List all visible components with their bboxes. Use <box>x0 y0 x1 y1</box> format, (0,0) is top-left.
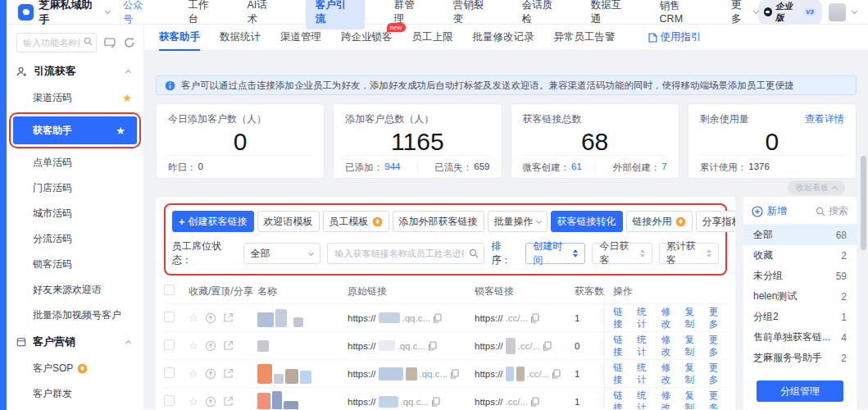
copy-icon[interactable] <box>428 341 437 351</box>
add-group-button[interactable]: 新增 <box>752 204 787 218</box>
create-link-button[interactable]: +创建获客链接 <box>172 211 254 232</box>
star-icon[interactable]: ★ <box>116 125 125 137</box>
sidebar-item-city-qr[interactable]: 城市活码 <box>7 201 143 226</box>
copy-icon[interactable] <box>450 369 459 379</box>
collapse-board-toggle[interactable]: 收起看板 <box>788 180 845 195</box>
nav-item-sales-crm[interactable]: 销售CRM <box>660 0 702 26</box>
favorite-star-icon[interactable]: ☆ <box>189 367 198 380</box>
nav-item-more[interactable]: 更多 <box>731 0 758 26</box>
sidebar-item-chase-mass-send[interactable]: 逐客群发 <box>7 407 143 409</box>
official-account-link[interactable]: 公众号 <box>123 0 152 26</box>
edit-action[interactable]: 修改 <box>661 390 679 410</box>
more-action[interactable]: 更多 <box>709 362 727 386</box>
nav-item-workbench[interactable]: 工作台 <box>189 0 218 26</box>
link-search-input[interactable] <box>327 243 484 264</box>
pin-icon[interactable] <box>205 368 216 380</box>
tab-acquisition-assistant[interactable]: 获客助手 <box>159 25 200 51</box>
sidebar-item-friend-source-welcome[interactable]: 好友来源欢迎语 <box>7 277 143 303</box>
copy-action[interactable]: 复制 <box>685 334 703 358</box>
tab-abnormal-staff-alert[interactable]: 异常员工告警 <box>554 25 616 51</box>
history-icon[interactable] <box>124 37 135 48</box>
welcome-template-button[interactable]: 欢迎语模板 <box>257 211 320 232</box>
sidebar-item-batch-video-customers[interactable]: 批量添加视频号客户 <box>7 303 143 328</box>
pin-icon[interactable] <box>205 312 216 324</box>
tab-batch-modify-records[interactable]: 批量修改记录 <box>473 25 534 51</box>
link-action[interactable]: 链接 <box>613 306 631 330</box>
seat-status-select[interactable]: 全部 <box>243 243 321 264</box>
share-icon[interactable] <box>223 396 234 407</box>
copy-icon[interactable] <box>543 341 552 351</box>
tab-channel-management[interactable]: 渠道管理 <box>280 25 321 51</box>
batch-actions-button[interactable]: 批量操作 <box>488 211 548 232</box>
copy-action[interactable]: 复制 <box>685 362 703 386</box>
group-item-ungrouped[interactable]: 未分组59 <box>743 266 857 286</box>
copy-icon[interactable] <box>433 313 442 323</box>
feedback-icon[interactable] <box>104 38 116 48</box>
sidebar-item-split-qr[interactable]: 分流活码 <box>7 226 143 252</box>
sort-total-acquired[interactable]: 累计获客 <box>659 243 719 264</box>
share-icon[interactable] <box>223 340 234 351</box>
link-conversion-button[interactable]: 获客链接转化 <box>551 211 623 232</box>
more-action[interactable]: 更多 <box>709 306 727 330</box>
pin-icon[interactable] <box>205 396 216 408</box>
share-metrics-button[interactable]: 分享指标 <box>696 211 735 232</box>
stats-action[interactable]: 统计 <box>637 362 655 386</box>
tab-staff-limit[interactable]: 员工上限 <box>412 25 453 51</box>
row-checkbox[interactable] <box>164 395 175 406</box>
nav-item-chat-inspection[interactable]: 会话质检HOT <box>522 0 561 26</box>
copy-action[interactable]: 复制 <box>685 390 703 410</box>
staff-template-button[interactable]: 员工模板 <box>323 211 389 232</box>
link-action[interactable]: 链接 <box>613 390 631 410</box>
enterprise-badge[interactable]: 企业版 V3 <box>758 0 822 25</box>
edit-action[interactable]: 修改 <box>661 362 679 386</box>
nav-item-group-management[interactable]: 群管理 <box>394 0 424 26</box>
link-action[interactable]: 链接 <box>613 362 631 386</box>
nav-item-data-interop[interactable]: 数据互通 <box>591 0 630 26</box>
star-icon[interactable]: ★ <box>122 92 132 104</box>
edit-action[interactable]: 修改 <box>661 334 679 358</box>
share-icon[interactable] <box>223 312 234 323</box>
sidebar-item-store-qr[interactable]: 门店活码 <box>7 175 143 201</box>
copy-icon[interactable] <box>530 397 539 407</box>
more-action[interactable]: 更多 <box>709 390 727 410</box>
sidebar-item-acquisition-assistant[interactable]: 获客助手★ <box>13 116 137 144</box>
stats-action[interactable]: 统计 <box>637 334 655 358</box>
copy-icon[interactable] <box>530 313 539 323</box>
group-manage-button[interactable]: 分组管理 <box>757 380 843 402</box>
row-checkbox[interactable] <box>164 339 175 350</box>
group-item[interactable]: 售前单独获客链...4 <box>743 327 857 348</box>
sidebar-item-channel-qr[interactable]: 渠道活码★ <box>7 85 143 111</box>
group-item-all[interactable]: 全部68 <box>743 225 857 245</box>
group-item-favorites[interactable]: 收藏2 <box>743 245 857 266</box>
copy-icon[interactable] <box>552 369 561 379</box>
logo[interactable]: 芝麻私域助手 <box>18 0 110 27</box>
favorite-star-icon[interactable]: ☆ <box>189 312 198 324</box>
chevron-down-icon[interactable] <box>852 8 857 14</box>
tab-cross-enterprise-lock[interactable]: 跨企业锁客new <box>341 25 393 51</box>
group-item[interactable]: 芝麻服务号助手2 <box>743 348 857 368</box>
pin-icon[interactable] <box>205 340 216 352</box>
sidebar-item-lock-qr[interactable]: 锁客活码 <box>7 252 143 277</box>
tab-data-statistics[interactable]: 数据统计 <box>220 25 261 51</box>
row-checkbox[interactable] <box>164 312 175 322</box>
stats-action[interactable]: 统计 <box>637 390 655 410</box>
nav-item-ai-script[interactable]: AI话术AI <box>248 0 276 26</box>
avatar[interactable] <box>829 3 846 21</box>
sidebar-item-customer-mass-send[interactable]: 客户群发 <box>7 381 143 407</box>
group-search-button[interactable]: 搜索 <box>816 204 848 218</box>
sidebar-section-marketing[interactable]: 客户营销 <box>7 328 143 356</box>
sidebar-item-order-qr[interactable]: 点单活码 <box>7 150 143 175</box>
copy-action[interactable]: 复制 <box>685 306 703 330</box>
view-details-link[interactable]: 查看详情 <box>805 112 844 126</box>
stats-action[interactable]: 统计 <box>637 306 655 330</box>
usage-guide-link[interactable]: 使用指引 <box>648 30 702 44</box>
edit-action[interactable]: 修改 <box>661 306 679 330</box>
more-action[interactable]: 更多 <box>709 334 727 358</box>
sidebar-section-acquisition[interactable]: 引流获客 <box>7 57 143 85</box>
copy-icon[interactable] <box>431 397 440 407</box>
group-item[interactable]: helen测试2 <box>743 286 857 307</box>
sidebar-item-customer-sop[interactable]: 客户SOP <box>7 356 143 381</box>
add-external-link-button[interactable]: 添加外部获客链接 <box>393 211 484 232</box>
favorite-star-icon[interactable]: ☆ <box>189 339 198 352</box>
favorite-star-icon[interactable]: ☆ <box>189 395 198 408</box>
